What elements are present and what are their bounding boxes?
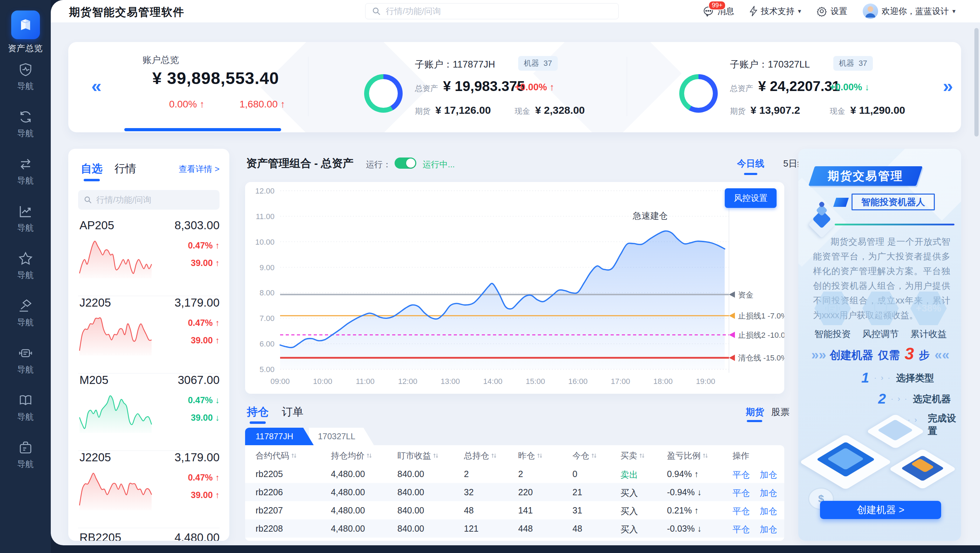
watchlist-search[interactable] [78, 190, 220, 210]
column-header[interactable]: 盈亏比例 [667, 450, 708, 461]
symbol: J2205 [80, 451, 111, 464]
futures-label: 期货 [730, 107, 745, 116]
svg-text:资金: 资金 [738, 291, 754, 299]
column-header[interactable]: 昨仓 [518, 450, 542, 461]
tab-market[interactable]: 行情 [115, 161, 136, 176]
watchlist-item[interactable]: AP205 8,303.00 0.47% ↑ 39.00 ↑ [78, 219, 220, 296]
active-tab-underline [84, 179, 100, 181]
column-header[interactable]: 总持仓 [464, 450, 496, 461]
column-header[interactable]: 合约代码 [256, 450, 297, 461]
close-position-link[interactable]: 平仓 [732, 487, 750, 499]
feature-label: 风控调节 [853, 328, 908, 340]
close-position-link[interactable]: 平仓 [732, 524, 750, 535]
support-menu[interactable]: 技术支持 ▾ [749, 6, 801, 17]
shield-pulse-icon [18, 62, 33, 77]
close-position-link[interactable]: 平仓 [732, 469, 750, 481]
iso-cube-icon [806, 200, 837, 232]
chevron-down-icon: ▾ [798, 7, 801, 15]
sidebar-item-6[interactable]: 导航 [0, 299, 51, 328]
view-details-link[interactable]: 查看详情 > [178, 164, 220, 175]
tab-orders[interactable]: 订单 [282, 405, 304, 419]
arrow-up-icon: ↑ [215, 490, 220, 500]
sidebar-item-9[interactable]: 导航 [0, 440, 51, 470]
run-toggle[interactable] [395, 157, 416, 169]
active-tab-underline [250, 421, 266, 424]
sidebar-item-2[interactable]: 导航 [0, 110, 51, 139]
sparkline-chart [78, 313, 153, 356]
add-position-link[interactable]: 加仓 [760, 469, 777, 481]
risk-settings-button[interactable]: 风控设置 [725, 188, 776, 208]
returns-badge: +38% [916, 303, 941, 314]
abs-change: 39.00 ↑ [191, 490, 220, 500]
tab-today-line[interactable]: 今日线 [737, 157, 764, 170]
scrollbar-thumb[interactable] [974, 28, 978, 137]
global-search[interactable] [365, 3, 619, 19]
sort-icon [433, 453, 438, 459]
chevrons-left-icon: « [934, 348, 940, 362]
global-search-input[interactable] [386, 6, 596, 16]
column-header[interactable]: 今仓 [573, 450, 597, 461]
column-header[interactable]: 买卖 [620, 450, 644, 461]
shield-icon [872, 300, 889, 317]
column-header[interactable]: 盯市收益 [398, 450, 438, 461]
carousel-prev-button[interactable]: « [91, 76, 102, 97]
pnl-cell: -0.94% ↓ [667, 487, 702, 497]
messages-button[interactable]: 99+ 消息 [703, 6, 734, 17]
step-1: 1· › ·选择类型 [861, 370, 934, 386]
sidebar-item-5[interactable]: 导航 [0, 251, 51, 281]
tab-stocks[interactable]: 股票 [771, 406, 789, 418]
account-pct: +0.00% ↓ [830, 82, 869, 93]
pct-change: 0.47% ↑ [188, 318, 220, 328]
watchlist-item[interactable]: M205 3067.00 0.47% ↓ 39.00 ↓ [78, 373, 220, 451]
watchlist-item[interactable]: J2205 3,179.00 0.47% ↑ 39.00 ↑ [78, 296, 220, 373]
svg-text:5.00: 5.00 [259, 365, 275, 374]
sidebar-item-label: 导航 [0, 81, 51, 92]
settings-button[interactable]: 设置 [816, 6, 847, 17]
create-robot-button[interactable]: 创建机器 > [820, 501, 941, 519]
pct-change: 0.47% ↑ [188, 240, 220, 251]
account-tab-170327LL[interactable]: 170327LL [309, 428, 374, 445]
sidebar-item-label: 导航 [0, 222, 51, 234]
svg-text:16:00: 16:00 [568, 377, 587, 386]
close-position-link[interactable]: 平仓 [732, 505, 750, 517]
portfolio-title: 资产管理组合 - 总资产 [246, 156, 354, 171]
app-title: 期货智能交易管理软件 [69, 5, 185, 20]
column-header[interactable]: 持仓均价 [331, 450, 372, 461]
sidebar-item-4[interactable]: 导航 [0, 204, 51, 234]
user-menu[interactable]: 欢迎你，蓝蓝设计 ▾ [863, 3, 956, 19]
run-label: 运行： [366, 159, 391, 170]
watchlist-search-input[interactable] [96, 195, 208, 205]
overview-pct: 0.00% [169, 99, 197, 110]
add-position-link[interactable]: 加仓 [760, 524, 777, 535]
abs-change: 39.00 ↑ [191, 335, 220, 345]
sort-icon [491, 453, 496, 459]
chart-line-icon [18, 204, 33, 219]
watchlist-item-partial[interactable]: RB2205 4,480.00 [78, 531, 220, 541]
welcome-label: 欢迎你，蓝蓝设计 [881, 6, 949, 17]
watchlist-item[interactable]: J2205 3,179.00 0.47% ↑ 39.00 ↑ [78, 451, 220, 528]
svg-text:17:00: 17:00 [611, 377, 630, 386]
account-tab-117877JH[interactable]: 117877JH [245, 428, 314, 445]
arrow-up-icon: ↑ [215, 258, 220, 268]
arrow-up-icon: ↑ [215, 240, 220, 250]
price: 3,179.00 [175, 296, 220, 310]
tab-futures[interactable]: 期货 [746, 406, 764, 418]
add-position-link[interactable]: 加仓 [760, 487, 777, 499]
price: 8,303.00 [175, 219, 220, 232]
tab-holdings[interactable]: 持仓 [247, 405, 269, 419]
sidebar-item-8[interactable]: 导航 [0, 393, 51, 423]
avatar [863, 3, 878, 19]
sparkline-chart [78, 390, 153, 433]
sidebar-item-label: 导航 [0, 411, 51, 423]
sub-account-prefix: 子账户： [730, 59, 768, 70]
add-position-link[interactable]: 加仓 [760, 505, 777, 517]
sidebar-item-7[interactable]: 导航 [0, 346, 51, 375]
tab-watchlist[interactable]: 自选 [81, 161, 103, 176]
promo-panel: 期货交易管理 智能投资机器人 期货交易管理 是一个开放式智能资管平台，为广大投资… [798, 149, 961, 541]
sidebar-item-3[interactable]: 导航 [0, 157, 51, 186]
gavel-icon [18, 299, 33, 313]
app-logo[interactable] [11, 11, 40, 39]
sidebar-item-1[interactable]: 导航 [0, 62, 51, 92]
account-overview-banner: « » 账户总览 ¥ 39,898,553.40 0.00% ↑ 1,680.0… [68, 42, 961, 132]
sub-account-prefix: 子账户： [415, 59, 453, 70]
